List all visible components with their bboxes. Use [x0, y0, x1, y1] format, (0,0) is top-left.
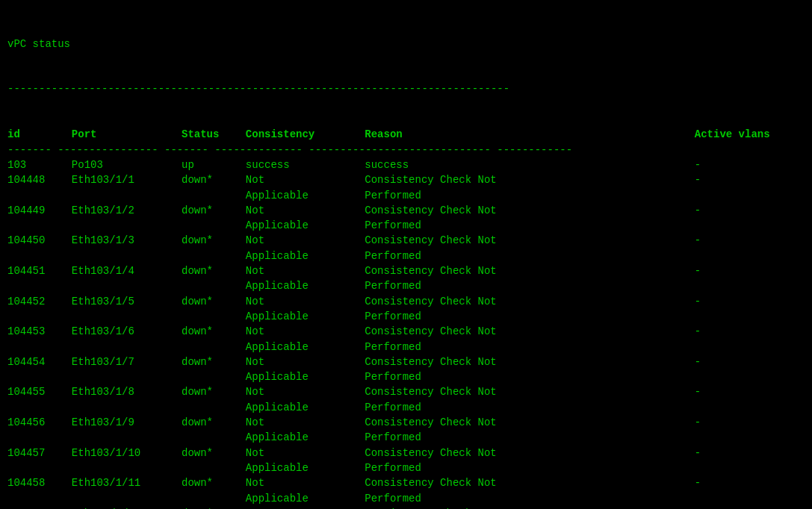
- table-row: 104457 Eth103/1/10 down* NotApplicable C…: [7, 446, 805, 476]
- cell-reason: Consistency Check NotPerformed: [365, 233, 695, 263]
- header-separator-row: ------- ---------------- ------- -------…: [7, 143, 805, 157]
- terminal-output: vPC status -----------------------------…: [7, 6, 805, 509]
- cell-id: 104454: [7, 355, 72, 385]
- cell-status: down*: [182, 324, 246, 355]
- cell-reason: Consistency Check NotPerformed: [365, 415, 695, 446]
- cell-consistency: NotApplicable: [246, 384, 365, 415]
- cell-id: 104458: [7, 475, 72, 506]
- cell-port: Eth103/1/5: [72, 294, 182, 325]
- cell-vlans: -: [695, 355, 805, 385]
- cell-id: 104451: [7, 263, 72, 294]
- cell-reason: Consistency Check NotPerformed: [365, 384, 695, 415]
- cell-reason: Consistency Check NotPerformed: [365, 294, 695, 325]
- cell-id: 103: [7, 157, 72, 172]
- cell-id: 104452: [7, 294, 72, 325]
- cell-reason: Consistency Check NotPerformed: [365, 172, 695, 203]
- cell-status: down*: [182, 355, 246, 385]
- vpc-table-body: 103 Po103 up success success - 104448 Et…: [7, 157, 805, 509]
- table-row: 104451 Eth103/1/4 down* NotApplicable Co…: [7, 263, 805, 294]
- cell-port: Eth103/1/8: [72, 384, 182, 415]
- cell-vlans: -: [695, 263, 805, 294]
- cell-reason: Consistency Check NotPerformed: [365, 203, 695, 234]
- cell-vlans: -: [695, 415, 805, 446]
- vpc-title: vPC status: [7, 37, 805, 51]
- cell-consistency: Not: [246, 506, 365, 509]
- top-separator: ----------------------------------------…: [7, 81, 805, 96]
- cell-status: down*: [182, 203, 246, 234]
- cell-status: down*: [182, 172, 246, 203]
- cell-consistency: NotApplicable: [246, 415, 365, 446]
- cell-status: up: [182, 157, 246, 172]
- cell-consistency: NotApplicable: [246, 294, 365, 325]
- cell-port: Eth103/1/11: [72, 475, 182, 506]
- cell-reason: Consistency Check NotPerformed: [365, 263, 695, 294]
- cell-consistency: NotApplicable: [246, 324, 365, 355]
- header-separator: ------- ---------------- ------- -------…: [7, 143, 805, 157]
- table-row: 104450 Eth103/1/3 down* NotApplicable Co…: [7, 233, 805, 263]
- vpc-table: id Port Status Consistency Reason Active…: [7, 127, 805, 509]
- header-vlans: Active vlans: [695, 127, 805, 142]
- cell-status: down*: [182, 233, 246, 263]
- cell-port: Eth103/1/9: [72, 415, 182, 446]
- cell-status: down*: [182, 446, 246, 476]
- table-row: 104459 Eth103/1/12 down* Not Consistency…: [7, 506, 805, 509]
- cell-port: Eth103/1/7: [72, 355, 182, 385]
- cell-reason: Consistency Check Not: [365, 506, 695, 509]
- cell-vlans: -: [695, 157, 805, 172]
- table-row: 104452 Eth103/1/5 down* NotApplicable Co…: [7, 294, 805, 325]
- cell-port: Eth103/1/1: [72, 172, 182, 203]
- table-row: 104453 Eth103/1/6 down* NotApplicable Co…: [7, 324, 805, 355]
- cell-vlans: -: [695, 384, 805, 415]
- cell-port: Eth103/1/2: [72, 203, 182, 234]
- cell-id: 104456: [7, 415, 72, 446]
- cell-vlans: -: [695, 294, 805, 325]
- header-port: Port: [72, 127, 182, 142]
- cell-port: Eth103/1/4: [72, 263, 182, 294]
- cell-consistency: NotApplicable: [246, 263, 365, 294]
- header-reason: Reason: [365, 127, 695, 142]
- cell-id: 104449: [7, 203, 72, 234]
- cell-status: down*: [182, 263, 246, 294]
- cell-consistency: NotApplicable: [246, 203, 365, 234]
- table-row: 104455 Eth103/1/8 down* NotApplicable Co…: [7, 384, 805, 415]
- cell-vlans: -: [695, 172, 805, 203]
- cell-consistency: success: [246, 157, 365, 172]
- header-status: Status: [182, 127, 246, 142]
- table-row: 104454 Eth103/1/7 down* NotApplicable Co…: [7, 355, 805, 385]
- cell-reason: success: [365, 157, 695, 172]
- cell-vlans: -: [695, 233, 805, 263]
- table-row: 104458 Eth103/1/11 down* NotApplicable C…: [7, 475, 805, 506]
- cell-status: down*: [182, 384, 246, 415]
- cell-vlans: -: [695, 475, 805, 506]
- column-headers: id Port Status Consistency Reason Active…: [7, 127, 805, 142]
- cell-status: down*: [182, 294, 246, 325]
- cell-reason: Consistency Check NotPerformed: [365, 446, 695, 476]
- table-row: 103 Po103 up success success -: [7, 157, 805, 172]
- cell-vlans: -: [695, 203, 805, 234]
- cell-port: Po103: [72, 157, 182, 172]
- cell-vlans: -: [695, 324, 805, 355]
- cell-status: down*: [182, 475, 246, 506]
- cell-consistency: NotApplicable: [246, 475, 365, 506]
- cell-id: 104453: [7, 324, 72, 355]
- table-row: 104449 Eth103/1/2 down* NotApplicable Co…: [7, 203, 805, 234]
- cell-id: 104459: [7, 506, 72, 509]
- cell-id: 104448: [7, 172, 72, 203]
- cell-id: 104455: [7, 384, 72, 415]
- cell-id: 104457: [7, 446, 72, 476]
- header-id: id: [7, 127, 72, 142]
- cell-consistency: NotApplicable: [246, 355, 365, 385]
- cell-status: down*: [182, 415, 246, 446]
- cell-status: down*: [182, 506, 246, 509]
- header-consistency: Consistency: [246, 127, 365, 142]
- cell-vlans: -: [695, 446, 805, 476]
- cell-port: Eth103/1/6: [72, 324, 182, 355]
- cell-consistency: NotApplicable: [246, 172, 365, 203]
- cell-reason: Consistency Check NotPerformed: [365, 355, 695, 385]
- cell-reason: Consistency Check NotPerformed: [365, 475, 695, 506]
- table-row: 104456 Eth103/1/9 down* NotApplicable Co…: [7, 415, 805, 446]
- cell-consistency: NotApplicable: [246, 446, 365, 476]
- cell-port: Eth103/1/3: [72, 233, 182, 263]
- cell-vlans: -: [695, 506, 805, 509]
- cell-port: Eth103/1/12: [72, 506, 182, 509]
